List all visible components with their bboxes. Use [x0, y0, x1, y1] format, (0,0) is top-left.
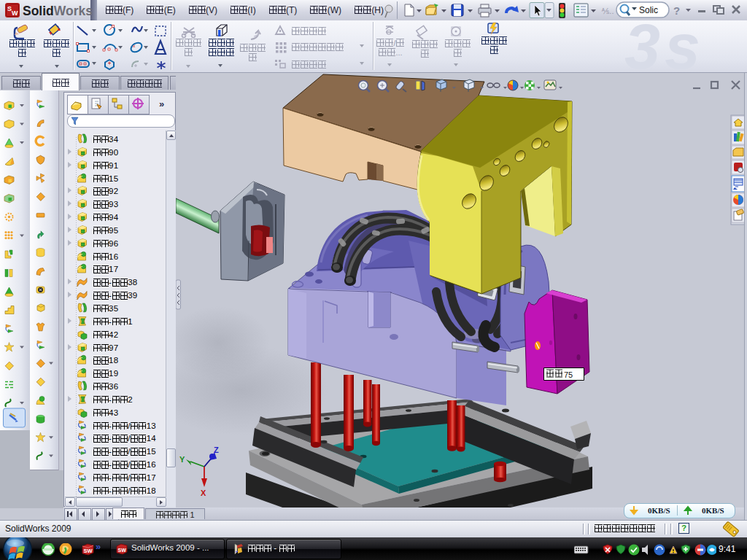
- svg-text:Z: Z: [214, 446, 219, 454]
- svg-text:X: X: [201, 489, 206, 497]
- svg-text:Y: Y: [179, 455, 185, 464]
- svg-text:SW: SW: [84, 548, 93, 554]
- svg-text:75: 75: [564, 370, 573, 379]
- svg-text:SW: SW: [118, 548, 127, 553]
